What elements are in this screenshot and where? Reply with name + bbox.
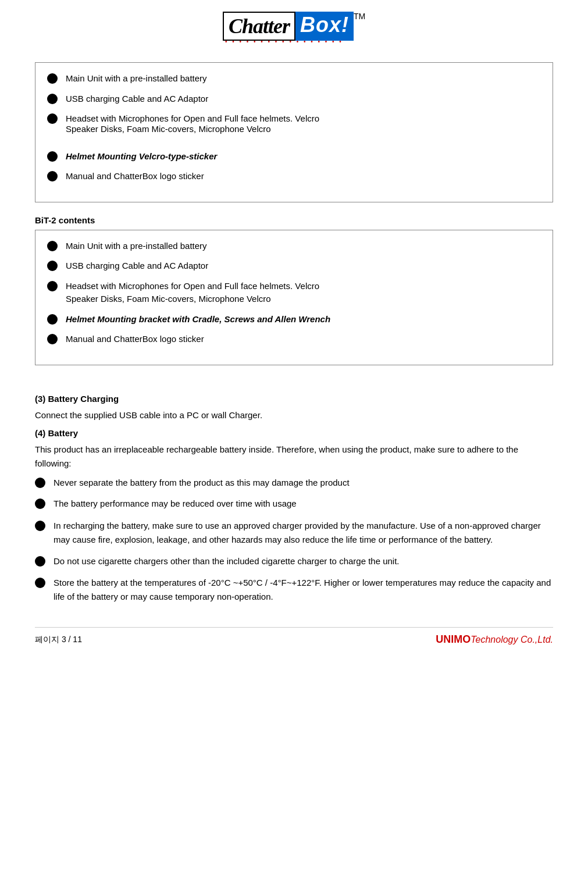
list-item: The battery performance may be reduced o… [35, 497, 553, 511]
list-item: In recharging the battery, make sure to … [35, 519, 553, 547]
list-item: Helmet Mounting bracket with Cradle, Scr… [47, 313, 541, 326]
bullet-icon [47, 261, 58, 271]
list-item: USB charging Cable and AC Adaptor [47, 92, 541, 106]
box1-list: Main Unit with a pre-installed battery U… [47, 72, 541, 183]
list-item: Store the battery at the temperatures of… [35, 576, 553, 604]
page-header: Chatter Box! TM • • • • • • • • • • • • … [35, 12, 553, 45]
list-item: Manual and ChatterBox logo sticker [47, 333, 541, 346]
list-item: USB charging Cable and AC Adaptor [47, 259, 541, 273]
list-item: Do not use cigarette chargers other than… [35, 555, 553, 568]
bullet-icon [35, 556, 45, 567]
footer-unimo-text: UNIMO [436, 633, 471, 646]
list-item: Helmet Mounting Velcro-type-sticker [47, 150, 541, 163]
bullet-icon [47, 151, 58, 162]
bullet-icon [47, 171, 58, 181]
box2-contents: Main Unit with a pre-installed battery U… [35, 230, 553, 365]
page-number: 페이지 3 / 11 [35, 635, 82, 645]
bullet-icon [35, 578, 45, 588]
list-item: Manual and ChatterBox logo sticker [47, 170, 541, 183]
section4-list: Never separate the battery from the prod… [35, 476, 553, 604]
bullet-icon [47, 73, 58, 84]
box2-list: Main Unit with a pre-installed battery U… [47, 240, 541, 346]
bullet-icon [47, 334, 58, 344]
bit2-heading: BiT-2 contents [35, 215, 553, 225]
box1-contents: Main Unit with a pre-installed battery U… [35, 62, 553, 202]
logo-tm: TM [354, 12, 365, 41]
logo-box-text: Box! [295, 12, 354, 41]
list-item: Headset with Microphones for Open and Fu… [47, 280, 541, 306]
footer-company-logo: UNIMO Technology Co.,Ltd. [436, 633, 553, 646]
logo-chatter-text: Chatter [223, 12, 295, 41]
bullet-icon [35, 478, 45, 488]
list-item: Main Unit with a pre-installed battery [47, 240, 541, 253]
section4-intro: This product has an irreplaceable rechar… [35, 443, 553, 471]
bullet-icon [47, 281, 58, 291]
bullet-icon [47, 94, 58, 104]
footer-tech-text: Technology Co.,Ltd. [471, 635, 553, 645]
section4-heading: (4) Battery [35, 428, 553, 438]
list-item: Never separate the battery from the prod… [35, 476, 553, 490]
list-item: Headset with Microphones for Open and Fu… [47, 112, 541, 143]
page-footer: 페이지 3 / 11 UNIMO Technology Co.,Ltd. [35, 627, 553, 646]
bullet-icon [47, 241, 58, 251]
section3-text: Connect the supplied USB cable into a PC… [35, 408, 553, 422]
bullet-icon [47, 113, 58, 124]
bullet-icon [35, 498, 45, 509]
brand-logo: Chatter Box! TM • • • • • • • • • • • • … [223, 12, 365, 45]
list-item: Main Unit with a pre-installed battery [47, 72, 541, 86]
bullet-icon [35, 521, 45, 531]
section3-heading: (3) Battery Charging [35, 394, 553, 404]
bullet-icon [47, 314, 58, 325]
